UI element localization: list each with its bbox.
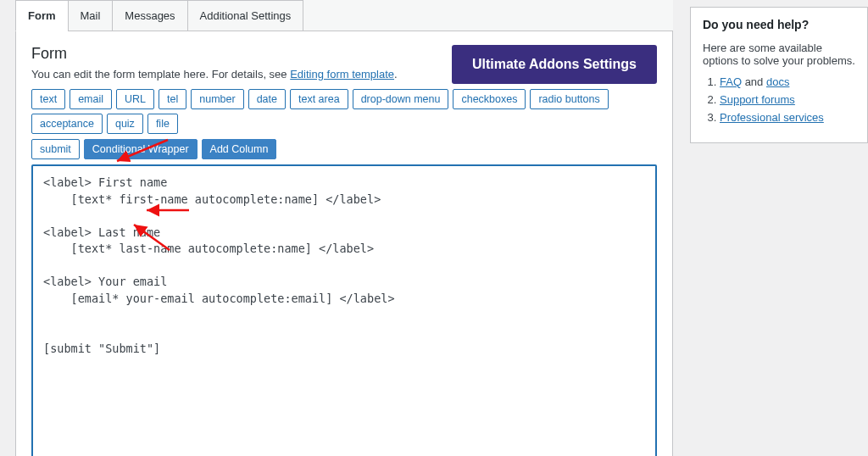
tag-conditional-wrapper[interactable]: Conditional Wrapper xyxy=(84,139,198,159)
tag-drop-down-menu[interactable]: drop-down menu xyxy=(353,89,449,109)
tab-mail[interactable]: Mail xyxy=(68,0,113,31)
tag-generator-row-2: submit Conditional Wrapper Add Column xyxy=(31,139,657,159)
editing-template-link[interactable]: Editing form template xyxy=(290,68,394,81)
panel-subtitle: You can edit the form template here. For… xyxy=(31,68,398,81)
help-link-support-forums[interactable]: Support forums xyxy=(720,93,795,106)
tag-url[interactable]: URL xyxy=(116,89,154,109)
tag-radio-buttons[interactable]: radio buttons xyxy=(530,89,608,109)
tag-generator-row-1: text email URL tel number date text area… xyxy=(31,89,657,134)
tag-add-column[interactable]: Add Column xyxy=(202,139,277,159)
tag-text-area[interactable]: text area xyxy=(290,89,348,109)
tag-tel[interactable]: tel xyxy=(159,89,186,109)
help-title: Do you need help? xyxy=(703,18,855,31)
form-template-textarea[interactable] xyxy=(31,164,657,456)
tab-additional-settings[interactable]: Additional Settings xyxy=(187,0,304,31)
tag-quiz[interactable]: quiz xyxy=(107,114,143,134)
help-link-faq[interactable]: FAQ xyxy=(720,75,742,88)
tab-form[interactable]: Form xyxy=(15,0,68,31)
tag-text[interactable]: text xyxy=(31,89,65,109)
ultimate-addons-settings-button[interactable]: Ultimate Addons Settings xyxy=(452,45,657,84)
tag-submit[interactable]: submit xyxy=(31,139,80,159)
help-item-professional-services: Professional services xyxy=(720,111,855,124)
tab-messages[interactable]: Messages xyxy=(112,0,186,31)
help-item-support-forums: Support forums xyxy=(720,93,855,106)
tag-number[interactable]: number xyxy=(191,89,243,109)
help-intro: Here are some available options to solve… xyxy=(703,42,855,67)
help-item-faq-docs: FAQ and docs xyxy=(720,75,855,88)
tag-checkboxes[interactable]: checkboxes xyxy=(453,89,526,109)
tag-date[interactable]: date xyxy=(248,89,286,109)
help-link-professional-services[interactable]: Professional services xyxy=(720,111,824,124)
tab-bar: Form Mail Messages Additional Settings xyxy=(15,0,673,31)
tag-file[interactable]: file xyxy=(147,114,178,134)
form-panel: Form You can edit the form template here… xyxy=(15,31,673,456)
tag-email[interactable]: email xyxy=(70,89,112,109)
panel-heading: Form xyxy=(31,45,398,63)
help-box: Do you need help? Here are some availabl… xyxy=(690,7,868,143)
help-link-docs[interactable]: docs xyxy=(766,75,789,88)
help-list: FAQ and docs Support forums Professional… xyxy=(703,75,855,124)
tag-acceptance[interactable]: acceptance xyxy=(31,114,103,134)
